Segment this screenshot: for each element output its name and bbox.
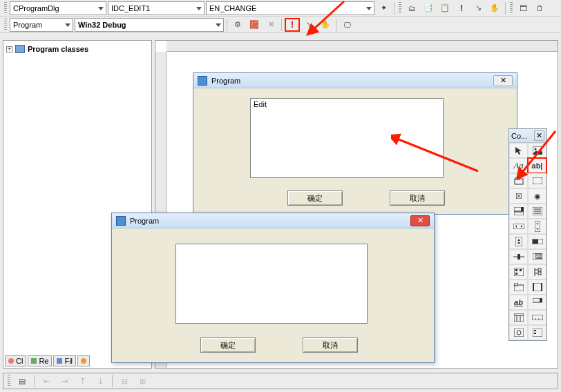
palette-titlebar[interactable]: Co... ✕ <box>509 129 546 143</box>
svg-rect-31 <box>515 283 517 286</box>
tool-progress[interactable] <box>528 234 546 249</box>
toolbar-grip[interactable] <box>8 375 10 387</box>
align-left-button[interactable]: ⇤ <box>39 374 54 388</box>
tree-expander-icon[interactable]: + <box>6 46 12 52</box>
tool-animate[interactable] <box>528 280 546 295</box>
controls-palette[interactable]: Co... ✕ Aa ab| ☒ ◉ ⌨ ab <box>508 128 547 341</box>
svg-rect-4 <box>533 177 542 184</box>
stop-build-button[interactable]: ✖ <box>263 18 278 32</box>
tb-icon-3[interactable]: 📋 <box>437 1 453 15</box>
tool-picture[interactable] <box>528 143 546 158</box>
tb-props-button[interactable]: 🗒 <box>532 1 547 15</box>
combo-event[interactable]: EN_CHANGE <box>206 1 374 15</box>
tb-misc-button[interactable]: 🖵 <box>339 18 354 32</box>
align-top-button[interactable]: ⤒ <box>75 374 90 388</box>
svg-rect-34 <box>541 283 542 291</box>
tool-rich-edit[interactable]: ab <box>509 295 528 310</box>
close-button[interactable]: ✕ <box>493 75 513 86</box>
tab-classview[interactable]: Cl <box>5 355 26 366</box>
combo-active-project[interactable]: Program <box>10 18 73 32</box>
tool-hotkey[interactable]: ⌨ <box>528 249 546 264</box>
tool-list-box[interactable] <box>528 204 546 219</box>
svg-rect-28 <box>538 268 541 271</box>
test-dialog-button[interactable]: ▤ <box>15 374 30 388</box>
datetime-icon <box>533 298 542 306</box>
tool-pointer[interactable] <box>509 143 528 158</box>
tab-label: Re <box>39 357 48 365</box>
combo-active-config[interactable]: Win32 Debug <box>75 18 224 32</box>
build-button[interactable]: 🧱 <box>247 18 262 32</box>
tool-ip-address[interactable] <box>528 310 546 325</box>
tool-combo-box[interactable] <box>509 204 528 219</box>
tb-icon-2[interactable]: 📑 <box>421 1 436 15</box>
tree-root[interactable]: + Program classes <box>6 45 149 53</box>
tb-hand-button[interactable]: ✋ <box>487 1 502 15</box>
tool-vertical-scrollbar[interactable] <box>528 219 546 234</box>
combo-control[interactable]: IDC_EDIT1 <box>108 1 205 15</box>
tool-spin[interactable] <box>509 234 528 249</box>
tab-more[interactable] <box>77 355 90 366</box>
wizard-button[interactable]: ✦ <box>376 1 391 15</box>
tb-stack-button[interactable]: 🗔 <box>515 1 531 15</box>
tb-step-button[interactable]: ↘ <box>470 1 486 15</box>
palette-title: Co... <box>511 132 527 140</box>
align-right-button[interactable]: ⇥ <box>57 374 72 388</box>
tool-button[interactable] <box>528 173 546 188</box>
design-dialog-titlebar[interactable]: Program ✕ <box>193 73 517 88</box>
combo-class[interactable]: CProgramDlg <box>10 1 106 15</box>
tab-fileview[interactable]: Fil <box>53 355 76 366</box>
edit-control[interactable]: Edit <box>250 98 444 178</box>
svg-rect-32 <box>533 283 542 291</box>
toolbar-grip[interactable] <box>510 2 513 14</box>
tool-list-control[interactable] <box>509 264 528 280</box>
workspace-tabs: Cl Re Fil <box>5 355 90 366</box>
toolbar-grip[interactable] <box>4 2 7 14</box>
center-vertical-button[interactable]: ⊟ <box>117 374 132 388</box>
palette-close-button[interactable]: ✕ <box>534 130 544 141</box>
tool-static-text[interactable]: Aa <box>509 158 528 173</box>
class-tree[interactable]: + Program classes <box>3 41 151 57</box>
toolbar-grip[interactable] <box>4 19 7 31</box>
tool-horizontal-scrollbar[interactable] <box>509 219 528 234</box>
tool-extended-combo[interactable] <box>528 325 546 340</box>
cancel-button[interactable]: 取消 <box>303 337 358 353</box>
tool-checkbox[interactable]: ☒ <box>509 188 528 204</box>
runtime-dialog-titlebar[interactable]: Program ✕ <box>112 213 434 228</box>
break-button[interactable]: ✋ <box>318 18 333 32</box>
tb-exclaim-button[interactable]: ! <box>454 1 469 15</box>
svg-rect-6 <box>521 207 524 211</box>
tb-icon-1[interactable]: 🗂 <box>404 1 419 15</box>
svg-point-42 <box>535 318 536 320</box>
ok-button[interactable]: 确定 <box>287 190 343 206</box>
runtime-dialog[interactable]: Program ✕ 确定 取消 <box>111 213 435 363</box>
go-button[interactable]: ↘ <box>301 18 316 32</box>
toolbar-grip[interactable] <box>399 2 401 14</box>
tab-resourceview[interactable]: Re <box>28 355 52 366</box>
edit-control[interactable] <box>175 244 368 324</box>
svg-rect-33 <box>533 283 534 291</box>
tool-tree-control[interactable] <box>528 264 546 280</box>
fileview-icon <box>57 358 62 364</box>
tool-edit-box[interactable]: ab| <box>528 158 546 173</box>
tool-group-box[interactable] <box>509 173 528 188</box>
align-bottom-button[interactable]: ⤓ <box>93 374 108 388</box>
cancel-button[interactable]: 取消 <box>390 190 445 206</box>
execute-button[interactable]: ! <box>285 18 300 32</box>
ruler-horizontal[interactable] <box>167 41 558 52</box>
ok-button[interactable]: 确定 <box>200 337 256 353</box>
svg-point-43 <box>538 318 540 320</box>
dialog-layout-toolbar: ▤ ⇤ ⇥ ⤒ ⤓ ⊟ ⊞ <box>3 373 558 389</box>
close-button[interactable]: ✕ <box>410 215 430 226</box>
tool-slider[interactable] <box>509 249 528 264</box>
tool-custom-control[interactable] <box>509 325 528 340</box>
design-dialog[interactable]: Program ✕ Edit 确定 取消 <box>193 72 517 215</box>
svg-rect-21 <box>514 268 524 276</box>
compile-button[interactable]: ⚙ <box>230 18 245 32</box>
center-horizontal-button[interactable]: ⊞ <box>135 374 150 388</box>
tool-month-calendar[interactable] <box>509 310 528 325</box>
tool-datetime-picker[interactable] <box>528 295 546 310</box>
tool-tab-control[interactable] <box>509 280 528 295</box>
resourceview-icon <box>31 358 37 364</box>
static-text-icon: Aa <box>513 160 523 171</box>
tool-radio-button[interactable]: ◉ <box>528 188 546 204</box>
